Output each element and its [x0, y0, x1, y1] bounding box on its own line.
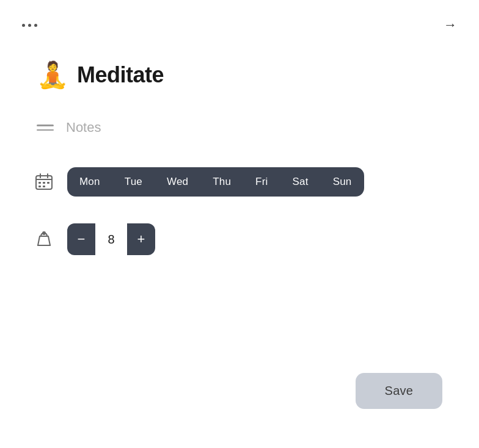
notes-section: Notes: [0, 88, 479, 135]
days-selector: Mon Tue Wed Thu Fri Sat Sun: [67, 167, 364, 197]
day-mon[interactable]: Mon: [67, 167, 112, 197]
svg-rect-4: [38, 182, 41, 184]
day-wed[interactable]: Wed: [155, 167, 200, 197]
habit-title-section: 🧘 Meditate: [0, 33, 479, 88]
svg-rect-5: [43, 182, 45, 184]
habit-title: Meditate: [77, 62, 164, 88]
forward-icon[interactable]: →: [444, 17, 457, 33]
day-sun[interactable]: Sun: [321, 167, 364, 197]
calendar-icon: [33, 171, 55, 193]
day-thu[interactable]: Thu: [200, 167, 243, 197]
duration-section: − 8 +: [0, 197, 479, 255]
svg-rect-6: [47, 182, 49, 184]
day-tue[interactable]: Tue: [112, 167, 155, 197]
duration-value: 8: [95, 223, 127, 255]
notes-label[interactable]: Notes: [66, 120, 101, 135]
svg-rect-7: [38, 186, 41, 187]
duration-stepper: − 8 +: [67, 223, 155, 255]
top-bar: →: [0, 0, 479, 33]
days-section: Mon Tue Wed Thu Fri Sat Sun: [0, 135, 479, 197]
more-menu-icon[interactable]: [22, 24, 37, 27]
day-sat[interactable]: Sat: [280, 167, 321, 197]
habit-emoji: 🧘: [37, 62, 68, 88]
increment-button[interactable]: +: [127, 223, 155, 255]
weight-icon: [33, 228, 55, 250]
notes-icon: [37, 125, 54, 131]
day-fri[interactable]: Fri: [243, 167, 280, 197]
save-button[interactable]: Save: [356, 373, 442, 409]
decrement-button[interactable]: −: [67, 223, 95, 255]
svg-rect-8: [43, 186, 45, 187]
